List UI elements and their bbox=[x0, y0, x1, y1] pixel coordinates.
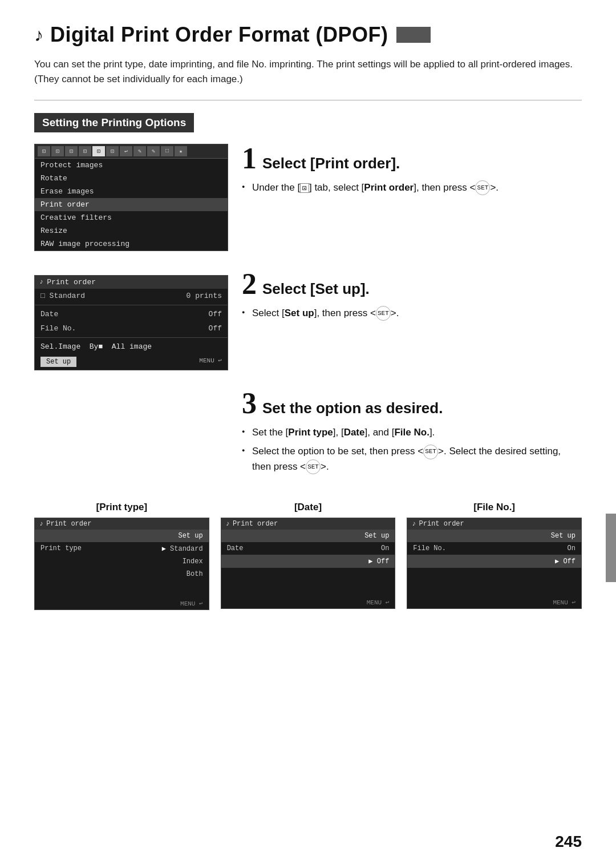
setup-box-print-type: ♪ Print order Set up Print type ▶ Standa… bbox=[34, 518, 209, 610]
menu-icons-row: ⊡ ⊡ ⊡ ⊡ ⊡ ⊡ ↩ ✎ ✎ □ ★ bbox=[35, 144, 228, 159]
panel-fileno: [File No.] ♪ Print order Set up File No.… bbox=[407, 502, 582, 609]
menu-icon-5-active: ⊡ bbox=[92, 146, 105, 156]
po-date-row: Date Off bbox=[35, 307, 228, 321]
step-3-bullet-2: Select the option to be set, then press … bbox=[242, 444, 582, 474]
setup-footer-fn: MENU ↩ bbox=[407, 596, 581, 608]
right-sidebar-tab bbox=[606, 514, 616, 582]
setup-fileno-label: File No. bbox=[413, 544, 446, 552]
po-date-label: Date bbox=[40, 310, 58, 318]
page-number: 245 bbox=[555, 833, 582, 851]
setup-row-setup-d: Set up bbox=[221, 530, 395, 542]
po-standard-row: □ Standard 0 prints bbox=[35, 289, 228, 303]
menu-item-creative: Creative filters bbox=[35, 211, 228, 224]
setup-row-setup-pt: Set up bbox=[35, 530, 209, 542]
step-3-bullets: Set the [Print type], [Date], and [File … bbox=[242, 425, 582, 475]
menu-item-raw: RAW image processing bbox=[35, 237, 228, 251]
menu-icon-7: ↩ bbox=[120, 146, 132, 156]
setup-row-index: Index bbox=[35, 555, 209, 568]
menu-item-resize: Resize bbox=[35, 224, 228, 237]
step-3-right: 3 Set the option as desired. Set the [Pr… bbox=[242, 389, 582, 479]
step-1-right: 1 Select [Print order]. Under the [⊡] ta… bbox=[242, 144, 582, 200]
panel-fileno-label: [File No.] bbox=[407, 502, 582, 513]
setup-date-label: Date bbox=[227, 544, 244, 552]
step-1-heading-row: 1 Select [Print order]. bbox=[242, 144, 582, 173]
po-menu-indicator: MENU ↩ bbox=[199, 357, 222, 367]
intro-text: You can set the print type, date imprint… bbox=[34, 57, 582, 87]
po-standard-value: 0 prints bbox=[187, 292, 222, 300]
lcd-menu-box: ⊡ ⊡ ⊡ ⊡ ⊡ ⊡ ↩ ✎ ✎ □ ★ Protect images Rot… bbox=[34, 144, 228, 251]
po-setup-btn[interactable]: Set up bbox=[40, 357, 76, 367]
setup-header-fileno: ♪ Print order bbox=[407, 518, 581, 530]
step-1-row: ⊡ ⊡ ⊡ ⊡ ⊡ ⊡ ↩ ✎ ✎ □ ★ Protect images Rot… bbox=[34, 144, 582, 251]
setup-header-text-pt: Print order bbox=[46, 520, 91, 528]
menu-icon-11: ★ bbox=[175, 146, 187, 156]
step-2-row: ♪ Print order □ Standard 0 prints Date O… bbox=[34, 269, 582, 370]
step-3-heading: Set the option as desired. bbox=[262, 399, 443, 417]
setup-header-icon-fn: ♪ bbox=[412, 520, 416, 528]
setup-printtype-label: Print type bbox=[40, 544, 82, 553]
po-setup-row: Set up MENU ↩ bbox=[35, 354, 228, 370]
step-1-bullets: Under the [⊡] tab, select [Print order],… bbox=[242, 180, 582, 196]
step-3-heading-row: 3 Set the option as desired. bbox=[242, 389, 582, 418]
step-1-number: 1 bbox=[242, 144, 257, 173]
section-header: Setting the Printing Options bbox=[34, 113, 582, 144]
step-1-bullet-1: Under the [⊡] tab, select [Print order],… bbox=[242, 180, 582, 196]
setup-footer-pt: MENU ↩ bbox=[35, 597, 209, 609]
setup-row-date-on: Date On bbox=[221, 542, 395, 555]
step-2-right: 2 Select [Set up]. Select [Set up], then… bbox=[242, 269, 582, 326]
setup-row-both: Both bbox=[35, 568, 209, 580]
po-sel-image: Sel.Image By■ All image bbox=[40, 342, 152, 351]
setup-box-fileno: ♪ Print order Set up File No. On ▶ Off M… bbox=[407, 518, 582, 609]
po-divider1 bbox=[35, 305, 228, 305]
panel-date-label: [Date] bbox=[221, 502, 396, 513]
menu-icon-8: ✎ bbox=[133, 146, 146, 156]
step-2-left: ♪ Print order □ Standard 0 prints Date O… bbox=[34, 269, 228, 370]
setup-row-fileno-on: File No. On bbox=[407, 542, 581, 555]
title-icon: ♪ bbox=[34, 25, 43, 46]
panel-print-type-label: [Print type] bbox=[34, 502, 209, 513]
setup-date-off-value: ▶ Off bbox=[368, 557, 389, 566]
menu-icon-10: □ bbox=[161, 146, 173, 156]
menu-item-erase: Erase images bbox=[35, 185, 228, 198]
setup-header-text-d: Print order bbox=[233, 520, 278, 528]
po-fileno-value: Off bbox=[209, 324, 222, 333]
section-divider bbox=[34, 100, 582, 100]
menu-icon-1: ⊡ bbox=[38, 146, 50, 156]
menu-icon-6: ⊡ bbox=[106, 146, 119, 156]
setup-row-setup-fn: Set up bbox=[407, 530, 581, 542]
po-fileno-label: File No. bbox=[40, 324, 76, 333]
step-2-bullets: Select [Set up], then press <SET>. bbox=[242, 306, 582, 321]
page-title: Digital Print Order Format (DPOF) bbox=[50, 23, 388, 47]
setup-header-icon-pt: ♪ bbox=[39, 520, 43, 528]
menu-icon-4: ⊡ bbox=[79, 146, 91, 156]
print-order-box: ♪ Print order □ Standard 0 prints Date O… bbox=[34, 275, 228, 370]
setup-header-text-fn: Print order bbox=[419, 520, 464, 528]
setup-footer-d: MENU ↩ bbox=[221, 596, 395, 608]
menu-icon-2: ⊡ bbox=[51, 146, 64, 156]
setup-row-date-off: ▶ Off bbox=[221, 555, 395, 568]
step-2-heading-row: 2 Select [Set up]. bbox=[242, 269, 582, 299]
po-header: ♪ Print order bbox=[35, 276, 228, 289]
step-3-bullet-1: Set the [Print type], [Date], and [File … bbox=[242, 425, 582, 440]
setup-value-pt: Set up bbox=[178, 532, 202, 540]
po-date-value: Off bbox=[209, 310, 222, 318]
step-2-number: 2 bbox=[242, 269, 257, 299]
page-title-row: ♪ Digital Print Order Format (DPOF) bbox=[34, 23, 582, 47]
setup-printtype-value: ▶ Standard bbox=[162, 544, 203, 553]
setup-header-print-type: ♪ Print order bbox=[35, 518, 209, 530]
menu-item-print-order: Print order bbox=[35, 198, 228, 211]
setup-row-printtype-standard: Print type ▶ Standard bbox=[35, 542, 209, 555]
menu-item-rotate: Rotate bbox=[35, 172, 228, 185]
setup-row-fileno-off: ▶ Off bbox=[407, 555, 581, 568]
po-bottom-row: Sel.Image By■ All image bbox=[35, 340, 228, 354]
step-1-left: ⊡ ⊡ ⊡ ⊡ ⊡ ⊡ ↩ ✎ ✎ □ ★ Protect images Rot… bbox=[34, 144, 228, 251]
menu-icon-3: ⊡ bbox=[65, 146, 78, 156]
step-3-number: 3 bbox=[242, 389, 257, 418]
setup-header-date: ♪ Print order bbox=[221, 518, 395, 530]
setup-header-icon-d: ♪ bbox=[226, 520, 230, 528]
bottom-panels-row: [Print type] ♪ Print order Set up Print … bbox=[34, 502, 582, 610]
setup-box-date: ♪ Print order Set up Date On ▶ Off MENU … bbox=[221, 518, 396, 609]
step-2-heading: Select [Set up]. bbox=[262, 280, 370, 298]
setup-fileno-on: On bbox=[568, 544, 576, 552]
setup-date-on: On bbox=[381, 544, 389, 552]
